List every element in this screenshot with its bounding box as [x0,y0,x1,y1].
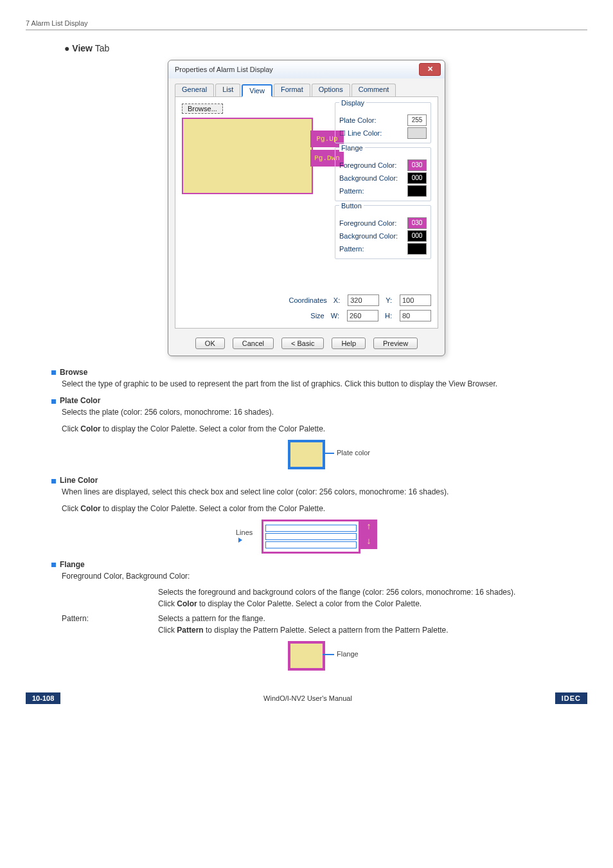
line-color-swatch[interactable] [407,127,427,139]
flange-fg-label: Foreground Color: [339,161,396,169]
flange-figure-label: Flange [337,650,359,658]
plate-color-label: Plate Color: [339,116,376,124]
line-row [265,541,357,548]
tab-comment[interactable]: Comment [351,84,396,96]
flange-row1: Selects the foreground and background co… [62,587,587,610]
cancel-button[interactable]: Cancel [233,338,274,349]
plate-figure: Plate color [288,440,325,469]
flange-pattern-row-label: Pattern: [62,613,158,636]
section-title-bold: View [72,43,93,53]
line-color-label: Line Color: [348,129,382,137]
lines-preview-box [262,520,360,554]
brand-badge: IDEC [555,692,587,704]
up-arrow-icon: ↑ [360,520,377,534]
preview-area: Pg.Up Pg.Dwn [182,118,313,194]
right-column: Display Plate Color: 255 ☐ Line Color: F… [335,102,431,263]
bullet: ● [64,43,69,53]
button-bg-swatch[interactable]: 000 [407,230,427,242]
footer-title: WindO/I-NV2 User's Manual [263,694,352,702]
flange-group: Flange Foreground Color: 030 Background … [335,147,431,201]
h-label: H: [385,312,392,320]
flange-pattern-label: Pattern: [339,187,364,195]
browse-heading: Browse [51,368,587,377]
flange-row1-body2: Click Color to display the Color Palette… [158,599,587,610]
button-pattern-swatch[interactable] [407,243,427,255]
button-bg-label: Background Color: [339,232,398,240]
button-pattern-label: Pattern: [339,245,364,253]
basic-button[interactable]: < Basic [281,338,324,349]
plate-body-2: Click Color to display the Color Palette… [62,424,587,435]
tab-view[interactable]: View [242,84,272,97]
tab-content: Browse... Pg.Up Pg.Dwn Display Plate Col… [175,97,438,329]
flange-fg-swatch[interactable]: 030 [407,159,427,171]
plate-heading: Plate Color [51,396,587,405]
browse-body: Select the type of graphic to be used to… [62,379,587,390]
page-number: 10-108 [26,692,60,704]
dialog-titlebar: Properties of Alarm List Display ✕ [168,60,445,78]
flange-figure: Flange [288,641,325,671]
leader-line [323,654,334,655]
browse-button[interactable]: Browse... [182,104,223,114]
tab-options[interactable]: Options [312,84,350,96]
w-input[interactable]: 260 [347,310,378,321]
size-label: Size [310,312,324,320]
page-footer: 10-108 WindO/I-NV2 User's Manual IDEC [0,689,613,708]
plate-color-swatch[interactable]: 255 [407,114,427,126]
flange-pattern-swatch[interactable] [407,185,427,197]
square-icon [51,399,56,404]
tab-format[interactable]: Format [274,84,310,96]
flange-row2: Pattern: Selects a pattern for the flang… [62,613,587,636]
dialog-button-row: OK Cancel < Basic Help Preview [168,331,445,356]
line-body-2: Click Color to display the Color Palette… [62,503,587,514]
button-legend: Button [339,202,364,210]
line-row [265,525,357,532]
line-row [265,533,357,540]
button-group: Button Foreground Color: 030 Background … [335,205,431,259]
preview-button[interactable]: Preview [373,338,418,349]
ok-button[interactable]: OK [195,338,225,349]
button-fg-label: Foreground Color: [339,219,396,227]
square-icon [51,479,56,484]
dialog-title: Properties of Alarm List Display [175,66,273,73]
display-group: Display Plate Color: 255 ☐ Line Color: [335,102,431,143]
size-row: Size W: 260 H: 80 [182,310,431,321]
button-fg-swatch[interactable]: 030 [407,217,427,229]
square-icon [51,563,56,567]
flange-row2-body: Selects a pattern for the flange. [158,613,587,624]
down-arrow-icon: ↓ [360,534,377,549]
properties-dialog: Properties of Alarm List Display ✕ Gener… [168,60,445,356]
flange-row2-body2: Click Pattern to display the Pattern Pal… [158,625,587,636]
page-header: 7 Alarm List Display [26,19,587,30]
tab-general[interactable]: General [175,84,214,96]
line-color-checkbox[interactable]: ☐ Line Color: [339,129,382,138]
x-input[interactable]: 320 [348,294,379,306]
lines-buttons: ↑ ↓ [360,520,377,554]
dialog-body: General List View Format Options Comment… [168,78,445,331]
square-icon [51,370,56,375]
y-label: Y: [386,296,392,304]
flange-row1-body: Selects the foreground and background co… [158,587,587,598]
plate-body-1: Selects the plate (color: 256 colors, mo… [62,407,587,418]
tab-list[interactable]: List [215,84,240,96]
y-input[interactable]: 100 [400,294,431,306]
lines-figure-label: Lines [236,529,258,544]
h-input[interactable]: 80 [400,310,431,321]
lines-figure: Lines ↑ ↓ [236,520,377,554]
section-title: ● View Tab [64,43,587,53]
flange-bg-label: Background Color: [339,174,398,182]
flange-bg-swatch[interactable]: 000 [407,172,427,184]
plate-figure-label: Plate color [337,449,370,457]
help-button[interactable]: Help [332,338,366,349]
flange-heading: Flange [51,560,587,569]
flange-legend: Flange [339,144,365,152]
dialog-tabs: General List View Format Options Comment [175,84,438,97]
flange-row1-label: Foreground Color, Background Color: [62,571,587,582]
coordinates-row: Coordinates X: 320 Y: 100 [182,294,431,306]
line-heading: Line Color [51,476,587,485]
line-body-1: When lines are displayed, select this ch… [62,487,587,498]
close-icon[interactable]: ✕ [419,63,441,76]
x-label: X: [333,296,340,304]
leader-line [323,453,334,454]
coords-label: Coordinates [289,296,326,304]
display-legend: Display [339,99,366,107]
